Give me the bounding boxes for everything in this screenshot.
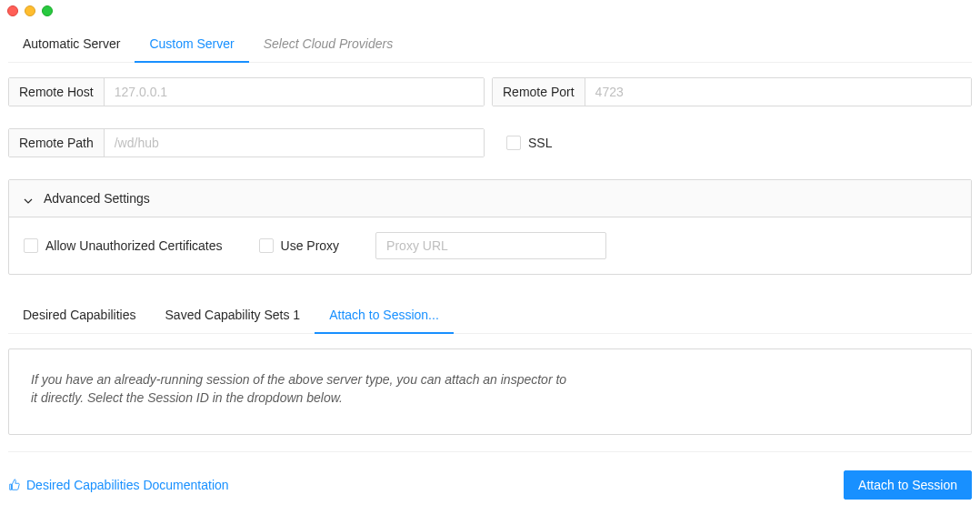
tab-custom-server[interactable]: Custom Server: [135, 25, 248, 62]
proxy-url-input[interactable]: [375, 232, 606, 259]
remote-port-label: Remote Port: [493, 78, 585, 106]
remote-connection-row: Remote Host Remote Port: [8, 77, 972, 106]
remote-path-row: Remote Path SSL: [8, 128, 972, 157]
remote-host-label: Remote Host: [9, 78, 105, 106]
remote-path-input[interactable]: [105, 129, 484, 157]
remote-port-group: Remote Port: [492, 77, 972, 106]
use-proxy-label: Use Proxy: [281, 238, 340, 253]
doc-link-text: Desired Capabilities Documentation: [26, 478, 229, 492]
ssl-label: SSL: [528, 136, 552, 150]
chevron-down-icon: [24, 194, 33, 203]
tab-select-cloud-providers[interactable]: Select Cloud Providers: [249, 25, 407, 62]
window-minimize-button[interactable]: [25, 5, 35, 16]
tab-attach-to-session[interactable]: Attach to Session...: [315, 297, 454, 333]
tab-automatic-server[interactable]: Automatic Server: [8, 25, 135, 62]
attach-session-panel: If you have an already-running session o…: [8, 348, 972, 435]
advanced-settings-panel: Advanced Settings Allow Unauthorized Cer…: [8, 179, 972, 275]
allow-unauthorized-checkbox-box: [24, 238, 38, 253]
remote-path-label: Remote Path: [9, 129, 105, 157]
window-maximize-button[interactable]: [42, 5, 53, 16]
window-close-button[interactable]: [7, 5, 18, 16]
remote-port-input[interactable]: [585, 78, 971, 106]
ssl-checkbox[interactable]: SSL: [506, 136, 552, 150]
server-type-tabs: Automatic Server Custom Server Select Cl…: [8, 25, 972, 63]
attach-to-session-button[interactable]: Attach to Session: [844, 470, 972, 500]
window-title-bar: [0, 0, 980, 16]
tab-desired-capabilities[interactable]: Desired Capabilities: [8, 297, 151, 333]
advanced-settings-body: Allow Unauthorized Certificates Use Prox…: [9, 217, 971, 274]
footer-bar: Desired Capabilities Documentation Attac…: [8, 451, 972, 500]
use-proxy-checkbox[interactable]: Use Proxy: [259, 238, 340, 253]
desired-capabilities-doc-link[interactable]: Desired Capabilities Documentation: [8, 478, 229, 492]
allow-unauthorized-label: Allow Unauthorized Certificates: [45, 238, 223, 253]
ssl-checkbox-box: [506, 136, 521, 150]
remote-host-input[interactable]: [105, 78, 484, 106]
attach-session-description: If you have an already-running session o…: [31, 371, 576, 407]
remote-host-group: Remote Host: [8, 77, 485, 106]
tab-saved-capability-sets[interactable]: Saved Capability Sets 1: [151, 297, 315, 333]
advanced-settings-title: Advanced Settings: [44, 191, 150, 206]
advanced-settings-header[interactable]: Advanced Settings: [9, 180, 971, 217]
remote-path-group: Remote Path: [8, 128, 485, 157]
allow-unauthorized-checkbox[interactable]: Allow Unauthorized Certificates: [24, 238, 223, 253]
thumbs-up-icon: [8, 479, 21, 491]
use-proxy-checkbox-box: [259, 238, 274, 253]
session-tabs: Desired Capabilities Saved Capability Se…: [8, 297, 972, 334]
